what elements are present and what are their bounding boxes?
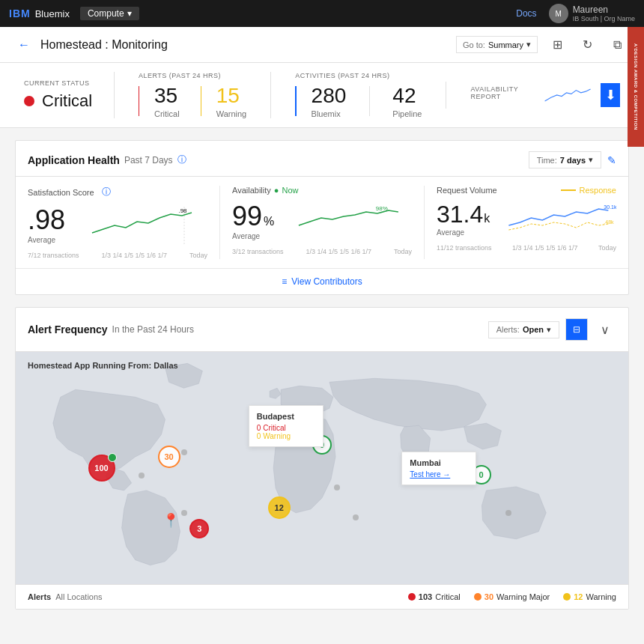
brasil-marker[interactable]: 3 [189,519,209,538]
award-banner: A'DESIGN AWARD & COMPETITION [628,27,644,147]
bottom-alerts-label: Alerts [28,592,51,601]
usa-east-marker[interactable]: 30 [158,446,180,468]
avail-tx: 3/12 transactions [232,248,284,255]
satisfaction-header: Satisfaction Score ⓘ [28,186,207,198]
request-chart: 30.1k .48k [499,201,616,239]
download-button[interactable]: ⬇ [601,83,620,107]
share-icon-button[interactable]: ⧉ [605,33,629,57]
table-view-button[interactable]: ⊟ [565,318,588,341]
view-contributors-label: View Contributors [291,276,362,287]
svg-text:30.1k: 30.1k [604,204,616,210]
availability-now: ● Now [274,186,299,195]
chevron-down-icon: ▾ [547,325,551,335]
warning-count: 15 [216,84,247,108]
request-label: Request Volume [437,186,497,195]
edit-icon[interactable]: ✎ [607,154,616,166]
avatar: M [549,4,568,23]
warning-sub: Warning [216,109,247,118]
satisfaction-tx: 7/12 transactions [28,252,79,259]
africa-marker[interactable]: 12 [268,496,291,519]
svg-text:.98: .98 [178,207,187,214]
award-text: A'DESIGN AWARD & COMPETITION [634,43,638,130]
availability-section: AVAILABILITY REPORT ⬇ [446,82,620,109]
bottom-alerts-sub: All Locations [55,592,102,601]
dallas-notification [108,453,117,462]
satisfaction-panel: Satisfaction Score ⓘ .98 Average .98 [16,186,220,259]
layout-icon-button[interactable]: ⊞ [545,33,569,57]
availability-label-block: AVAILABILITY REPORT [470,85,535,105]
app-health-title: Application Health [28,154,120,166]
goto-value: Summary [488,40,523,49]
satisfaction-info-icon[interactable]: ⓘ [102,186,111,198]
mumbai-test-link[interactable]: Test here → [410,470,468,479]
alerts-label: ALERTS (PAST 24 HRS) [139,72,246,79]
request-value: 31.4 [437,201,483,228]
location-dot [181,510,187,516]
svg-text:.48k: .48k [604,219,615,225]
critical-legend-count: 103 [419,592,432,601]
mumbai-tooltip: Mumbai Test here → [401,452,476,485]
critical-sub: Critical [154,109,180,118]
status-content: Critical [24,91,90,111]
alert-filter-select[interactable]: Alerts: Open ▾ [488,321,559,338]
critical-divider [139,86,139,116]
pipeline-sub: Pipeline [392,109,422,118]
chevron-down-icon: ▾ [589,155,593,165]
satisfaction-label: Satisfaction Score [28,188,94,197]
availability-main: 99 % Average 98% [232,201,412,245]
goto-select[interactable]: Go to: Summary ▾ [456,36,538,53]
activities-content: 280 Bluemix 42 Pipeline [295,84,422,118]
request-tx: 11/12 transactions [437,244,492,252]
bluemix-count: 280 [312,84,347,108]
location-dot [139,473,145,479]
back-button[interactable]: ← [15,35,33,55]
availability-chart-area: 98% [283,203,412,243]
availability-metric-label: Availability [232,186,271,195]
alert-frequency-subtitle: In the Past 24 Hours [112,324,194,335]
critical-legend-label: Critical [435,592,461,601]
mumbai-tooltip-title: Mumbai [410,458,468,467]
warning-major-legend-dot [474,593,482,601]
main-content: Application Health Past 7 Days ⓘ Time: 7… [0,128,644,622]
docs-link[interactable]: Docs [516,8,536,19]
activities-divider [295,86,296,116]
request-volume-panel: Request Volume Response 31.4 k Average [425,186,628,259]
satisfaction-value-block: .98 Average [28,204,65,249]
time-select[interactable]: Time: 7 days ▾ [529,151,601,168]
satisfaction-value: .98 [28,204,65,236]
pipeline-count: 42 [392,84,422,108]
warning-legend-label: Warning [586,592,616,601]
budapest-tooltip-critical: 0 Critical [257,424,315,432]
availability-label: AVAILABILITY REPORT [470,85,535,100]
alert-frequency-card: Alert Frequency In the Past 24 Hours Ale… [15,307,629,610]
chevron-down-icon: ▾ [127,8,132,19]
brand-area: IBM Bluemix Compute ▾ [9,7,139,20]
alerts-content: 35 Critical 15 Warning [139,84,246,118]
user-menu[interactable]: M Maureen IB South | Org Name [549,4,635,23]
card-actions: Time: 7 days ▾ ✎ [529,151,616,168]
location-dot [353,514,359,520]
svg-text:98%: 98% [376,205,388,212]
list-icon: ≡ [282,276,287,287]
refresh-icon-button[interactable]: ↻ [575,33,599,57]
response-label: Response [579,186,616,195]
dallas-marker[interactable]: 100 [88,455,115,482]
satisfaction-avg: Average [28,236,65,244]
view-contributors-button[interactable]: ≡ View Contributors [16,269,628,294]
bluemix-sub: Bluemix [312,109,347,118]
alert-card-actions: Alerts: Open ▾ ⊟ ∨ [488,318,616,341]
status-value: Critical [42,91,92,111]
page-title: Homestead : Monitoring [40,38,449,52]
goto-label: Go to: [463,40,485,49]
status-bar: CURRENT STATUS Critical ALERTS (PAST 24 … [0,63,644,128]
alert-frequency-title: Alert Frequency [28,323,108,335]
response-legend-line [561,189,576,191]
top-navigation: IBM Bluemix Compute ▾ Docs M Maureen IB … [0,0,644,27]
compute-menu[interactable]: Compute ▾ [80,7,139,20]
current-status-section: CURRENT STATUS Critical [24,79,114,111]
collapse-button[interactable]: ∨ [594,318,616,341]
app-health-header: Application Health Past 7 Days ⓘ Time: 7… [16,141,628,177]
user-info: Maureen IB South | Org Name [573,4,635,22]
critical-legend-item: 103 Critical [408,592,461,601]
info-icon[interactable]: ⓘ [177,154,186,166]
